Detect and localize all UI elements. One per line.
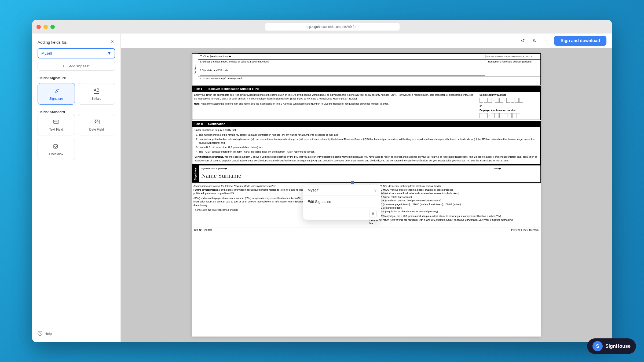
browser-url-bar[interactable]: app.signhouse.io/documents/w9-form bbox=[265, 23, 400, 31]
more-options-button[interactable]: ··· bbox=[542, 36, 551, 45]
help-icon: ? bbox=[38, 331, 42, 337]
trash-icon: 🗑 bbox=[371, 212, 375, 216]
cat-no: Cat. No. 10231X bbox=[194, 228, 212, 232]
part2-title: Part II bbox=[195, 122, 203, 126]
document-page: See Spec. Other (see instructions) ▶ (Ap… bbox=[192, 53, 541, 337]
row7-label: 7 List account number(s) here (optional) bbox=[200, 77, 539, 80]
svg-rect-7 bbox=[95, 122, 96, 123]
signature-dropdown-popup: Myself ∨ Edit Signature 🗑 bbox=[303, 185, 381, 220]
part2-heading: Certification bbox=[208, 122, 225, 126]
browser-titlebar: app.signhouse.io/documents/w9-form bbox=[32, 20, 612, 34]
bottom-if-not2: later. bbox=[369, 222, 539, 226]
signee-dropdown[interactable]: Myself ▼ bbox=[38, 48, 115, 58]
checkbox-icon bbox=[52, 143, 60, 150]
svg-rect-3 bbox=[94, 120, 99, 124]
signature-sample: Name Surname bbox=[201, 171, 490, 180]
bottom-1099-a: • Form 1099-A (acquisition or abandonmen… bbox=[369, 210, 539, 214]
browser-content: × Adding fields for... Myself ▼ + + Add … bbox=[32, 34, 612, 342]
maximize-traffic-light[interactable] bbox=[50, 25, 55, 29]
bottom-use-w9: Use Form W-9 only if you are a U.S. pers… bbox=[369, 215, 539, 218]
sidebar-title: Adding fields for... bbox=[38, 40, 115, 45]
cert-instructions: Certification instructions. You must cro… bbox=[195, 155, 538, 162]
dropdown-footer: 🗑 bbox=[303, 208, 381, 220]
part1-heading: Taxpayer Identification Number (TIN) bbox=[207, 87, 259, 91]
fields-signature-label: Fields: Signature bbox=[38, 76, 115, 80]
plus-icon: + bbox=[63, 64, 65, 68]
redo-icon: ↻ bbox=[533, 38, 537, 44]
part1-text: Enter your TIN in the appropriate box. T… bbox=[194, 93, 477, 101]
dropdown-signee: Myself bbox=[308, 188, 318, 192]
bottom-1099-k: • Form 1099-K (merchant card and third p… bbox=[369, 199, 539, 203]
chevron-down-icon: ∨ bbox=[374, 188, 377, 192]
signature-icon: 𝓢 bbox=[52, 87, 60, 95]
dropdown-header[interactable]: Myself ∨ bbox=[303, 185, 381, 196]
sign-download-button[interactable]: Sign and download bbox=[554, 36, 606, 46]
checkbox-field-button[interactable]: Checkbox bbox=[38, 139, 75, 160]
undo-icon: ↺ bbox=[521, 38, 525, 44]
cert-intro: Under penalties of perjury, I certify th… bbox=[195, 128, 538, 132]
help-section: ? Help bbox=[38, 328, 52, 337]
fields-standard-label: Fields: Standard bbox=[38, 110, 115, 114]
chevron-down-icon: ▼ bbox=[107, 51, 111, 56]
redo-button[interactable]: ↻ bbox=[530, 36, 539, 45]
date-field-button[interactable]: Date Field bbox=[78, 114, 115, 135]
delete-signature-button[interactable]: 🗑 bbox=[369, 210, 377, 217]
add-signees-button[interactable]: + + Add signees? bbox=[38, 62, 115, 71]
bottom-1099-div: • Form 1099-DIV (dividends, including fr… bbox=[369, 184, 539, 188]
bottom-1099-c: • Form 1099-C (canceled debt) bbox=[369, 206, 539, 210]
date-label: Date ▶ bbox=[494, 167, 501, 170]
more-icon: ··· bbox=[544, 38, 549, 43]
help-label[interactable]: Help bbox=[45, 332, 52, 336]
ein-label: Employer identification number bbox=[480, 109, 539, 112]
minimize-traffic-light[interactable] bbox=[43, 25, 48, 29]
doc-toolbar: ↺ ↻ ··· Sign and download bbox=[121, 34, 612, 48]
signhouse-name: SignHouse bbox=[605, 343, 631, 349]
document-area: ↺ ↻ ··· Sign and download See Spe bbox=[121, 34, 612, 342]
signee-name: Myself bbox=[41, 51, 52, 56]
row5-right-label: Requester's name and address (optional) bbox=[488, 60, 532, 63]
signhouse-badge: S SignHouse bbox=[587, 338, 636, 354]
bottom-1099-b: • Form 1099-B (stock or mutual fund sale… bbox=[369, 192, 539, 195]
fields-signature-row: 𝓢 Signature AB Initials bbox=[38, 83, 115, 105]
part1-note: Note: If the account is in more than one… bbox=[201, 102, 389, 105]
signature-field-button[interactable]: 𝓢 Signature bbox=[38, 83, 75, 105]
row6-label: 6 City, state, and ZIP code bbox=[200, 69, 485, 72]
initials-icon: AB bbox=[92, 87, 101, 95]
browser-window: app.signhouse.io/documents/w9-form × Add… bbox=[32, 20, 612, 342]
edit-signature-item[interactable]: Edit Signature bbox=[303, 196, 381, 208]
signhouse-logo: S bbox=[592, 341, 603, 351]
undo-button[interactable]: ↺ bbox=[519, 36, 527, 45]
fields-standard-row: Text Field Date Field bbox=[38, 114, 115, 160]
sig-field-label: Signature of U.S. person ▶ bbox=[201, 167, 490, 170]
ssn-label: Social security number bbox=[480, 93, 539, 97]
initials-field-button[interactable]: AB Initials bbox=[78, 83, 115, 105]
cert-item-1: The number shown on this form is my corr… bbox=[199, 133, 538, 137]
close-traffic-light[interactable] bbox=[36, 25, 41, 29]
date-field-icon bbox=[92, 118, 101, 125]
bottom-1098: • Form 1098 (home mortgage interest), 10… bbox=[369, 203, 539, 206]
cert-item-2: I am not subject to backup withholding b… bbox=[199, 138, 538, 145]
text-field-button[interactable]: Text Field bbox=[38, 114, 75, 135]
cert-item-4: The FATCA code(s) entered on this form (… bbox=[199, 150, 538, 154]
bottom-if-not: If you do not return Form W-9 to the req… bbox=[369, 218, 539, 222]
other-checkbox-label: Other (see instructions) ▶ bbox=[203, 55, 231, 58]
form-name: Form W-9 (Rev. 10-2018) bbox=[511, 228, 539, 232]
bottom-1099-s: • Form 1099-S (real estate transactions) bbox=[369, 195, 539, 199]
sign-here-label: Sign Here bbox=[194, 168, 197, 180]
or-text: or bbox=[480, 104, 539, 108]
row5-label: 5 Address (number, street, and apt. or s… bbox=[200, 60, 485, 64]
svg-text:?: ? bbox=[39, 332, 41, 335]
cert-item-3: I am a U.S. citizen or other U.S. person… bbox=[199, 146, 538, 149]
document-scroll-area[interactable]: See Spec. Other (see instructions) ▶ (Ap… bbox=[121, 48, 612, 342]
close-sidebar-button[interactable]: × bbox=[109, 38, 116, 45]
bottom-1099-misc: • Form 1099-MISC (various types of incom… bbox=[369, 188, 539, 192]
sidebar: × Adding fields for... Myself ▼ + + Add … bbox=[32, 34, 121, 342]
text-field-icon bbox=[52, 118, 60, 125]
part1-title: Part I bbox=[195, 87, 202, 91]
